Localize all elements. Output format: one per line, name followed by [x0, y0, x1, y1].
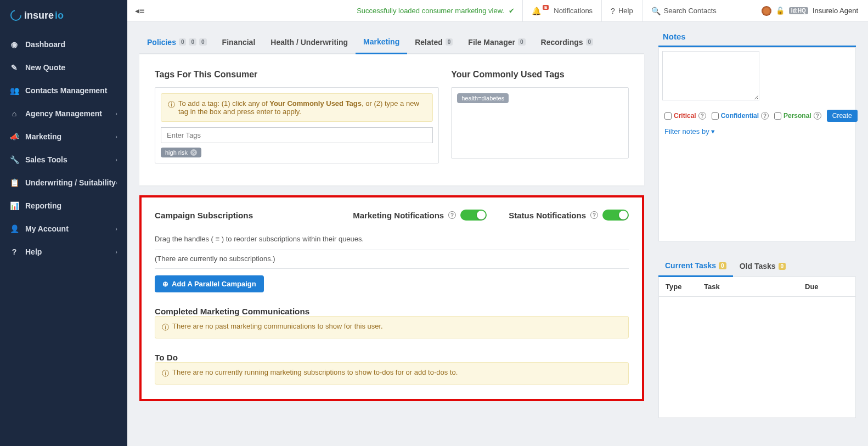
todo-heading: To Do	[155, 353, 629, 362]
col-task: Task	[704, 283, 805, 291]
add-parallel-campaign-button[interactable]: ⊕Add A Parallel Campaign	[155, 275, 264, 292]
sidebar-item-newquote[interactable]: ✎New Quote	[0, 56, 127, 79]
notes-tab[interactable]: Notes	[658, 32, 856, 47]
notes-panel: Critical ? Confidential ? Personal ? Cre…	[658, 47, 856, 241]
barchart-icon: 📊	[10, 201, 19, 210]
count-pill: 0	[189, 38, 196, 46]
question-icon: ?	[10, 247, 19, 256]
consumer-tabs: Policies 0 0 0 Financial Health / Underw…	[139, 32, 644, 54]
bell-icon: 🔔	[532, 7, 541, 15]
id-pill: id:HQ	[789, 7, 808, 14]
megaphone-icon: 📣	[10, 132, 19, 141]
wrench-icon: 🔧	[10, 155, 19, 164]
note-confidential-check[interactable]: Confidential ?	[712, 112, 769, 120]
count-pill: 0	[179, 38, 187, 46]
user-icon: 👤	[10, 224, 19, 233]
sidebar-item-myaccount[interactable]: 👤My Account›	[0, 217, 127, 240]
sidebar-item-label: Reporting	[25, 201, 61, 210]
sidebar-item-label: Marketing	[25, 132, 61, 141]
tab-financial[interactable]: Financial	[215, 32, 263, 53]
svg-text:io: io	[55, 10, 64, 21]
create-note-button[interactable]: Create	[827, 110, 858, 122]
chevron-right-icon: ›	[115, 249, 117, 255]
sidebar-item-label: New Quote	[25, 63, 65, 72]
avatar	[762, 6, 771, 16]
col-due: Due	[805, 283, 849, 291]
tab-policies[interactable]: Policies 0 0 0	[139, 32, 215, 53]
question-icon[interactable]: ?	[761, 112, 769, 120]
sidebar: insure io ◉Dashboard ✎New Quote 👥Contact…	[0, 0, 127, 446]
sidebar-item-salestools[interactable]: 🔧Sales Tools›	[0, 148, 127, 171]
sidebar-item-label: Dashboard	[25, 40, 65, 49]
pencil-icon: ✎	[10, 63, 19, 72]
chevron-right-icon: ›	[115, 133, 117, 140]
campaign-highlight: Campaign Subscriptions Marketing Notific…	[139, 195, 644, 401]
count-pill: 0	[779, 263, 786, 270]
unlock-icon: 🔓	[776, 7, 785, 15]
chevron-right-icon: ›	[115, 225, 117, 232]
question-icon[interactable]: ?	[698, 112, 706, 120]
tab-filemanager[interactable]: File Manager0	[460, 32, 533, 53]
status-notif-label: Status Notifications	[509, 211, 586, 220]
topbar-user[interactable]: 🔓 id:HQ Insureio Agent	[752, 6, 868, 16]
remove-tag-icon[interactable]: ✕	[190, 149, 197, 156]
count-pill: 0	[199, 38, 207, 46]
sidebar-item-marketing[interactable]: 📣Marketing›	[0, 125, 127, 148]
sidebar-item-label: Underwriting / Suitability	[25, 178, 116, 187]
tab-related[interactable]: Related0	[407, 32, 460, 53]
tab-recordings[interactable]: Recordings0	[533, 32, 601, 53]
topbar-notifications[interactable]: 🔔E Notifications	[522, 0, 601, 22]
question-icon[interactable]: ?	[448, 211, 456, 219]
todo-empty-alert: ⓘ There are no currently running marketi…	[155, 362, 629, 385]
search-icon: 🔍	[651, 7, 661, 15]
question-icon[interactable]: ?	[814, 112, 821, 120]
home-icon: ⌂	[10, 109, 19, 118]
sidebar-item-reporting[interactable]: 📊Reporting	[0, 194, 127, 217]
tags-help-alert: ⓘ To add a tag: (1) click any of Your Co…	[161, 93, 433, 122]
plus-circle-icon: ⊕	[162, 280, 168, 288]
sidebar-item-contacts[interactable]: 👥Contacts Management	[0, 79, 127, 102]
note-critical-check[interactable]: Critical ?	[664, 112, 706, 120]
tab-health[interactable]: Health / Underwriting	[263, 32, 356, 53]
svg-text:insure: insure	[24, 10, 54, 21]
topbar-search[interactable]: 🔍Search Contacts	[642, 0, 752, 22]
task-table: Type Task Due	[658, 277, 856, 418]
question-icon[interactable]: ?	[590, 211, 598, 219]
common-tags-card: health=diabetes	[451, 87, 629, 159]
username-label: Insureio Agent	[813, 7, 858, 15]
svg-point-0	[11, 10, 21, 20]
status-notif-toggle[interactable]	[602, 210, 629, 221]
notif-badge: E	[543, 5, 549, 10]
sidebar-item-help[interactable]: ?Help›	[0, 240, 127, 263]
sidebar-item-underwriting[interactable]: 📋Underwriting / Suitability›	[0, 171, 127, 194]
sidebar-item-label: My Account	[25, 224, 69, 233]
mkt-notif-toggle[interactable]	[460, 210, 487, 221]
completed-heading: Completed Marketing Communications	[155, 307, 629, 316]
count-pill: 0	[586, 38, 594, 46]
clipboard-icon: 📋	[10, 178, 19, 187]
flash-message: Successfully loaded consumer marketing v…	[152, 7, 522, 15]
tab-current-tasks[interactable]: Current Tasks0	[658, 257, 733, 277]
check-circle-icon: ✔	[509, 7, 515, 15]
note-personal-check[interactable]: Personal ?	[774, 112, 821, 120]
common-tags-heading: Your Commonly Used Tags	[451, 70, 629, 80]
filter-notes-dropdown[interactable]: Filter notes by ▾	[659, 124, 855, 142]
tab-marketing[interactable]: Marketing	[356, 32, 407, 54]
sidebar-item-label: Contacts Management	[25, 86, 107, 95]
sidebar-toggle[interactable]: ◂≡	[127, 5, 152, 16]
topbar-help[interactable]: ?Help	[601, 0, 642, 22]
brand-logo[interactable]: insure io	[0, 0, 127, 33]
sidebar-item-dashboard[interactable]: ◉Dashboard	[0, 33, 127, 56]
tag-input[interactable]	[161, 127, 433, 143]
sidebar-item-label: Help	[25, 247, 42, 256]
task-tabs: Current Tasks0 Old Tasks0	[658, 257, 856, 277]
tab-old-tasks[interactable]: Old Tasks0	[733, 257, 792, 276]
sidebar-item-label: Agency Management	[25, 109, 102, 118]
common-tag-chip[interactable]: health=diabetes	[457, 93, 509, 103]
tag-chip[interactable]: high risk ✕	[161, 148, 201, 157]
col-type: Type	[666, 283, 704, 291]
notes-textarea[interactable]	[662, 51, 759, 100]
count-pill: 0	[446, 38, 453, 46]
sidebar-item-agency[interactable]: ⌂Agency Management›	[0, 102, 127, 125]
chevron-right-icon: ›	[115, 156, 117, 163]
